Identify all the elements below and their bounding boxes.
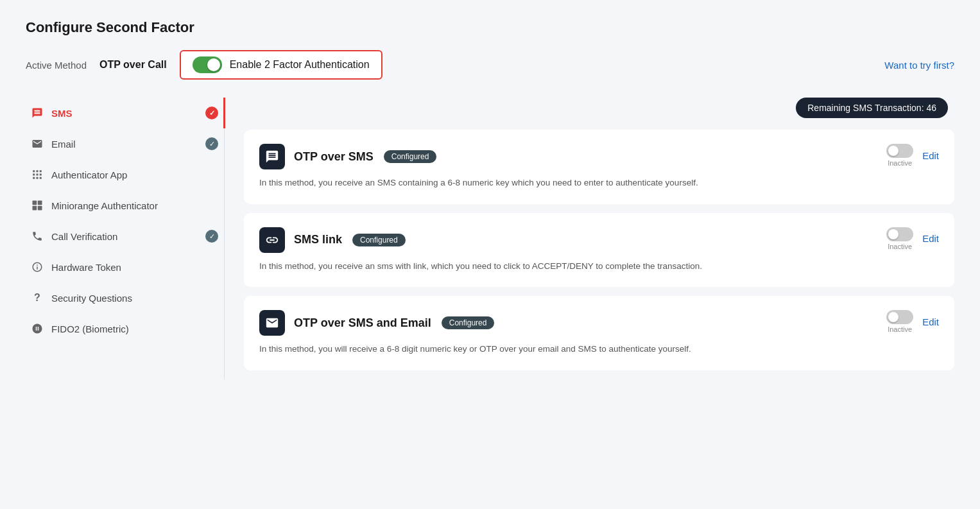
otp-over-sms-edit-link[interactable]: Edit (922, 150, 939, 161)
active-method-value: OTP over Call (99, 59, 167, 71)
sms-link-status: Inactive (888, 243, 912, 250)
authenticator-app-icon (31, 168, 44, 181)
sidebar-label-security-questions: Security Questions (51, 293, 132, 304)
sms-icon (31, 107, 44, 119)
sidebar-label-fido2: FIDO2 (Biometric) (51, 324, 129, 334)
otp-over-sms-email-status: Inactive (888, 325, 912, 333)
sms-link-toggle[interactable]: Inactive (886, 227, 913, 250)
method-card-otp-over-sms: OTP over SMSConfiguredIn this method, yo… (244, 130, 954, 204)
want-to-try-link[interactable]: Want to try first? (884, 60, 954, 71)
sidebar-item-sms[interactable]: SMS✓ (26, 98, 225, 128)
otp-over-sms-badge: Configured (384, 150, 437, 163)
sms-link-badge: Configured (352, 234, 406, 246)
email-icon (31, 137, 44, 150)
fido2-icon (31, 322, 44, 335)
enable-2fa-box: Enable 2 Factor Authentication (180, 50, 383, 80)
otp-over-sms-email-header: OTP over SMS and EmailConfigured (259, 310, 886, 336)
sidebar-item-call-verification[interactable]: Call Verification✓ (26, 221, 225, 252)
svg-rect-2 (33, 206, 37, 211)
security-questions-icon: ? (31, 291, 44, 304)
enable-2fa-toggle[interactable] (193, 56, 222, 73)
sidebar-label-miniorange-authenticator: Miniorange Authenticator (51, 200, 158, 211)
sidebar-item-hardware-token[interactable]: Hardware Token (26, 252, 225, 282)
otp-over-sms-email-edit-link[interactable]: Edit (922, 316, 939, 327)
sidebar-item-fido2[interactable]: FIDO2 (Biometric) (26, 313, 225, 344)
email-check-icon: ✓ (205, 137, 218, 150)
content-area: Remaining SMS Transaction: 46 OTP over S… (225, 98, 954, 379)
svg-rect-3 (38, 206, 42, 211)
top-bar: Active Method OTP over Call Enable 2 Fac… (26, 50, 954, 80)
sms-link-header: SMS linkConfigured (259, 227, 886, 253)
otp-over-sms-email-badge: Configured (442, 316, 495, 329)
svg-rect-0 (33, 201, 37, 205)
sms-link-actions: InactiveEdit (886, 227, 939, 250)
sidebar-item-email[interactable]: Email✓ (26, 128, 225, 159)
sidebar-label-call-verification: Call Verification (51, 231, 117, 242)
sms-link-desc: In this method, you receive an sms with … (259, 259, 837, 273)
otp-over-sms-status: Inactive (888, 159, 912, 167)
sms-check-icon: ✓ (205, 107, 218, 119)
otp-over-sms-toggle[interactable]: Inactive (886, 144, 913, 167)
sidebar: SMS✓Email✓Authenticator AppMiniorange Au… (26, 98, 225, 379)
active-method-label: Active Method (26, 60, 87, 71)
otp-over-sms-email-icon (259, 310, 285, 336)
otp-over-sms-title: OTP over SMS (294, 150, 374, 164)
sidebar-item-security-questions[interactable]: ?Security Questions (26, 282, 225, 313)
sidebar-item-miniorange-authenticator[interactable]: Miniorange Authenticator (26, 190, 225, 221)
sidebar-label-hardware-token: Hardware Token (51, 262, 121, 273)
otp-over-sms-desc: In this method, you receive an SMS conta… (259, 176, 837, 190)
sms-remaining-badge: Remaining SMS Transaction: 46 (796, 98, 948, 118)
call-verification-icon (31, 230, 44, 243)
otp-over-sms-email-toggle[interactable]: Inactive (886, 310, 913, 333)
otp-over-sms-email-title: OTP over SMS and Email (294, 316, 431, 330)
enable-2fa-label: Enable 2 Factor Authentication (230, 59, 370, 71)
top-bar-left: Active Method OTP over Call Enable 2 Fac… (26, 50, 383, 80)
svg-rect-1 (38, 201, 42, 205)
miniorange-authenticator-icon (31, 199, 44, 212)
sms-link-icon (259, 227, 285, 253)
method-card-otp-over-sms-email: OTP over SMS and EmailConfiguredIn this … (244, 296, 954, 370)
sidebar-label-sms: SMS (51, 108, 73, 119)
otp-over-sms-header: OTP over SMSConfigured (259, 144, 886, 169)
sms-link-title: SMS link (294, 233, 342, 246)
otp-over-sms-email-desc: In this method, you will receive a 6-8 d… (259, 342, 837, 356)
sms-link-edit-link[interactable]: Edit (922, 233, 939, 244)
sidebar-label-email: Email (51, 139, 76, 150)
method-card-sms-link: SMS linkConfiguredIn this method, you re… (244, 213, 954, 288)
sidebar-item-authenticator-app[interactable]: Authenticator App (26, 159, 225, 190)
otp-over-sms-email-actions: InactiveEdit (886, 310, 939, 333)
otp-over-sms-actions: InactiveEdit (886, 144, 939, 167)
hardware-token-icon (31, 261, 44, 273)
otp-over-sms-icon (259, 144, 285, 169)
sidebar-label-authenticator-app: Authenticator App (51, 169, 127, 180)
call-verification-check-icon: ✓ (205, 230, 218, 243)
main-content: SMS✓Email✓Authenticator AppMiniorange Au… (26, 98, 954, 379)
page-title: Configure Second Factor (26, 19, 954, 36)
